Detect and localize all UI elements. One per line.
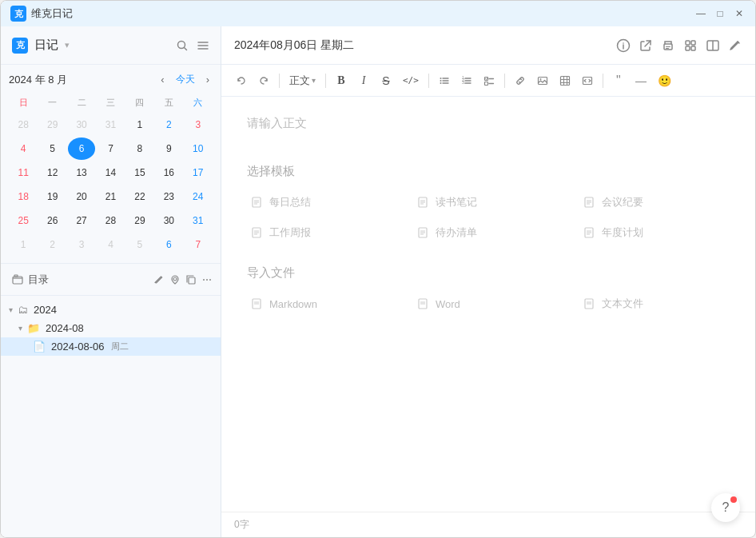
- location-icon-button[interactable]: [169, 274, 181, 285]
- undo-button[interactable]: [231, 72, 252, 90]
- cal-day-5[interactable]: 5: [38, 137, 66, 160]
- cal-day-15[interactable]: 15: [126, 161, 153, 184]
- cal-day-29[interactable]: 29: [126, 209, 153, 232]
- template-meeting-notes[interactable]: 会议纪要: [579, 192, 730, 213]
- close-button[interactable]: ✕: [733, 7, 746, 20]
- editor-body[interactable]: 请输入正文 选择模板 每日总结: [221, 97, 755, 512]
- cal-day-28prev[interactable]: 28: [10, 114, 37, 136]
- print-button[interactable]: [661, 38, 675, 53]
- tree-label-2024-08-06: 2024-08-06: [51, 341, 105, 353]
- copy-icon-button[interactable]: [185, 274, 197, 285]
- cal-day-30prev[interactable]: 30: [68, 114, 95, 136]
- tree-item-2024-08-06[interactable]: 📄 2024-08-06 周二: [1, 337, 221, 356]
- cal-day-14[interactable]: 14: [97, 161, 124, 184]
- embed-button[interactable]: [577, 72, 598, 90]
- cal-day-5next[interactable]: 5: [126, 233, 153, 256]
- cal-day-6-today[interactable]: 6: [68, 137, 95, 160]
- svg-line-1: [185, 47, 187, 50]
- cal-day-1next[interactable]: 1: [10, 233, 37, 256]
- template-reading-notes[interactable]: 读书笔记: [413, 192, 563, 213]
- cal-day-4next[interactable]: 4: [97, 233, 124, 256]
- cal-day-19[interactable]: 19: [38, 185, 66, 208]
- cal-day-12[interactable]: 12: [38, 161, 66, 184]
- code-button[interactable]: </>: [398, 72, 424, 89]
- quote-button[interactable]: ": [608, 70, 629, 91]
- cal-day-7[interactable]: 7: [97, 137, 124, 160]
- template-weekly-report[interactable]: 工作周报: [247, 222, 397, 243]
- cal-day-1[interactable]: 1: [126, 114, 153, 136]
- cal-day-11[interactable]: 11: [10, 161, 37, 184]
- maximize-button[interactable]: □: [714, 7, 726, 20]
- cal-day-2[interactable]: 2: [155, 114, 182, 136]
- cal-day-18[interactable]: 18: [10, 185, 37, 208]
- expand-icon-08: ▾: [18, 324, 22, 333]
- ordered-list-button[interactable]: 1. 2. 3.: [456, 72, 477, 90]
- cal-day-29prev[interactable]: 29: [38, 114, 66, 136]
- template-annual-plan[interactable]: 年度计划: [579, 222, 730, 243]
- main-content: 克 日记 ▾: [1, 26, 755, 537]
- cal-day-31[interactable]: 31: [185, 209, 212, 232]
- tree-item-2024[interactable]: ▾ 🗂 2024: [1, 301, 221, 319]
- ordered-list-icon: 1. 2. 3.: [461, 75, 472, 86]
- calendar-next-button[interactable]: ›: [203, 72, 213, 87]
- svg-rect-6: [14, 275, 18, 277]
- template-todo[interactable]: 待办清单: [413, 222, 563, 243]
- cal-day-24[interactable]: 24: [185, 185, 212, 208]
- bold-button[interactable]: B: [331, 71, 352, 90]
- more-icon-button[interactable]: [201, 274, 213, 285]
- view-mode-button[interactable]: [706, 38, 720, 53]
- cal-day-8[interactable]: 8: [126, 137, 153, 160]
- import-markdown[interactable]: Markdown: [247, 293, 397, 314]
- cal-day-20[interactable]: 20: [68, 185, 95, 208]
- template-grid: 每日总结 读书笔记 会议纪要: [247, 192, 730, 243]
- cal-day-6next[interactable]: 6: [155, 233, 182, 256]
- bullet-list-button[interactable]: [434, 72, 455, 90]
- cal-day-23[interactable]: 23: [155, 185, 182, 208]
- cal-day-7next[interactable]: 7: [185, 233, 212, 256]
- external-link-button[interactable]: [639, 38, 653, 53]
- cal-day-25[interactable]: 25: [10, 209, 37, 232]
- hr-button[interactable]: —: [631, 71, 651, 90]
- italic-button[interactable]: I: [353, 71, 374, 90]
- info-button[interactable]: [616, 38, 631, 53]
- cal-day-30[interactable]: 30: [155, 209, 182, 232]
- redo-button[interactable]: [253, 72, 274, 90]
- link-button[interactable]: [510, 72, 531, 90]
- cal-day-31prev[interactable]: 31: [97, 114, 124, 136]
- cal-day-28[interactable]: 28: [97, 209, 124, 232]
- calendar-prev-button[interactable]: ‹: [157, 72, 167, 87]
- cal-day-17[interactable]: 17: [185, 161, 212, 184]
- cal-day-3[interactable]: 3: [185, 114, 212, 136]
- cal-day-10[interactable]: 10: [185, 137, 212, 160]
- emoji-button[interactable]: 🙂: [653, 71, 676, 90]
- cal-day-26[interactable]: 26: [38, 209, 66, 232]
- cal-day-21[interactable]: 21: [97, 185, 124, 208]
- import-text[interactable]: 文本文件: [579, 293, 730, 314]
- cal-day-2next[interactable]: 2: [38, 233, 66, 256]
- cal-day-13[interactable]: 13: [68, 161, 95, 184]
- calendar-today-button[interactable]: 今天: [171, 71, 200, 88]
- menu-button[interactable]: [197, 39, 209, 52]
- search-button[interactable]: [176, 39, 189, 52]
- cal-day-4[interactable]: 4: [10, 137, 37, 160]
- template-daily-summary[interactable]: 每日总结: [247, 192, 397, 213]
- cal-day-3next[interactable]: 3: [68, 233, 95, 256]
- minimize-button[interactable]: —: [694, 7, 707, 20]
- task-list-button[interactable]: [479, 72, 499, 90]
- text-style-dropdown[interactable]: 正文 ▾: [284, 70, 320, 91]
- cal-day-22[interactable]: 22: [126, 185, 153, 208]
- cal-day-9[interactable]: 9: [155, 137, 182, 160]
- help-button[interactable]: ?: [711, 493, 740, 522]
- strikethrough-button[interactable]: S: [376, 71, 396, 90]
- calendar-grid: 日 一 二 三 四 五 六 28 29 30 31 1: [9, 94, 213, 257]
- edit-icon-button[interactable]: [153, 274, 165, 285]
- image-button[interactable]: [532, 72, 553, 90]
- import-word[interactable]: Word: [413, 293, 563, 314]
- cal-day-27[interactable]: 27: [68, 209, 95, 232]
- tree-item-2024-08[interactable]: ▾ 📁 2024-08: [1, 319, 221, 337]
- info-icon: [616, 38, 631, 53]
- grid-view-button[interactable]: [683, 38, 698, 53]
- cal-day-16[interactable]: 16: [155, 161, 182, 184]
- edit-mode-button[interactable]: [728, 38, 742, 53]
- table-button[interactable]: [555, 72, 575, 90]
